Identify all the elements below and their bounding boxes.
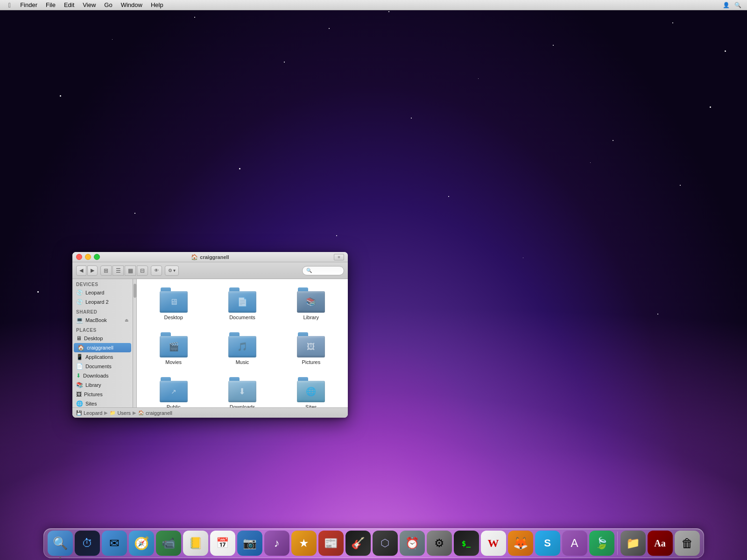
sidebar-item-library[interactable]: 📚 Library [72,380,133,390]
edit-menu[interactable]: Edit [60,0,78,10]
folder-desktop[interactable]: 🖥 Desktop [141,284,205,324]
hide-sidebar-button[interactable]: ≡ [334,254,344,260]
sidebar-item-craiggranell[interactable]: 🏠 craiggranell [74,343,131,352]
file-menu[interactable]: File [42,0,59,10]
forward-button[interactable]: ▶ [87,266,98,276]
close-button[interactable] [76,254,82,260]
sidebar-item-downloads[interactable]: ⬇ Downloads [72,371,133,380]
sidebar-item-label: Desktop [84,336,103,341]
sidebar-item-label: Applications [85,354,113,360]
gear-action-button[interactable]: ⚙ ▾ [165,266,179,276]
dock-item-reeder[interactable]: 📰 [318,531,344,556]
dock-item-finder[interactable]: 🔍 [48,531,73,556]
finder-menu[interactable]: Finder [16,0,41,10]
sites-icon: 🌐 [76,400,83,407]
sidebar-item-label: Leopard [85,290,104,295]
sidebar-item-applications[interactable]: 📱 Applications [72,352,133,362]
dock-item-skype[interactable]: S [535,531,560,556]
desktop-place-icon: 🖥 [76,335,82,342]
icon-view-button[interactable]: ⊞ [100,266,112,276]
dock-item-ical[interactable]: 📅 [210,531,235,556]
fusion-icon: ⬡ [373,531,398,556]
terminal-icon: $_ [454,531,479,556]
back-button[interactable]: ◀ [76,266,86,276]
sites-folder-icon: 🌐 [297,377,325,402]
dock-item-app6[interactable]: ★ [291,531,317,556]
dock-item-firefox[interactable]: 🦊 [508,531,533,556]
public-folder-icon: ↗ [160,377,188,402]
dock-item-sysprefs[interactable]: ⚙ [427,531,452,556]
dock-item-timemachine[interactable]: ⏰ [400,531,425,556]
leopard2-icon: 💿 [76,299,83,305]
breadcrumb-users[interactable]: Users [117,410,131,416]
cover-flow-button[interactable]: ⊟ [137,266,148,276]
dock-item-fusion[interactable]: ⬡ [373,531,398,556]
folder-documents[interactable]: 📄 Documents [210,284,274,324]
sidebar-scrollbar[interactable] [133,279,137,407]
search-bar[interactable]: 🔍 [302,266,344,275]
sidebar-item-leopard[interactable]: 💿 Leopard [72,288,133,297]
dock-item-dictionary[interactable]: Aa [648,531,673,556]
desktop-folder-icon: 🖥 [160,287,188,313]
dock-item-itunes[interactable]: ♪ [264,531,289,556]
documents-icon: 📄 [76,363,83,370]
sidebar-item-sites[interactable]: 🌐 Sites [72,399,133,407]
macbook-icon: 💻 [76,317,83,323]
menubar-right: 👤 🔍 [717,2,747,8]
dock-item-dashboard[interactable]: ⏱ [75,531,100,556]
window-controls [76,254,100,260]
sidebar-item-documents[interactable]: 📄 Documents [72,362,133,371]
folder-sites[interactable]: 🌐 Sites [279,373,343,407]
user-icon[interactable]: 👤 [723,2,730,8]
dock-item-addressbook[interactable]: 📒 [183,531,208,556]
folder-library[interactable]: 📚 Library [279,284,343,324]
apptivate-icon: A [562,531,587,556]
writer-icon: W [481,531,506,556]
view-menu[interactable]: View [79,0,99,10]
folder-music[interactable]: 🎵 Music [210,329,274,369]
sidebar: DEVICES 💿 Leopard 💿 Leopard 2 SHARED 💻 M… [72,279,133,407]
list-view-button[interactable]: ☰ [113,266,124,276]
dock-item-apptivate[interactable]: A [562,531,587,556]
search-icon[interactable]: 🔍 [734,2,741,8]
sidebar-item-label: Library [85,382,101,388]
dock-item-iphoto[interactable]: 📷 [237,531,262,556]
search-magnifier-icon: 🔍 [306,268,312,273]
dock-item-terminal[interactable]: $_ [454,531,479,556]
dock-item-spirits[interactable]: 🍃 [589,531,614,556]
sidebar-item-pictures[interactable]: 🖼 Pictures [72,390,133,399]
window-menu[interactable]: Window [117,0,146,10]
dock-item-garageband[interactable]: 🎸 [345,531,371,556]
breadcrumb-icon-users: 📁 [110,410,115,415]
go-menu[interactable]: Go [100,0,116,10]
sidebar-item-leopard2[interactable]: 💿 Leopard 2 [72,297,133,307]
breadcrumb-craiggranell[interactable]: craiggranell [146,410,172,416]
folder-movies[interactable]: 🎬 Movies [141,329,205,369]
column-view-button[interactable]: ▦ [125,266,136,276]
folder-downloads[interactable]: ⬇ Downloads [210,373,274,407]
dock-item-trash[interactable]: 🗑 [675,531,700,556]
finder-icon: 🔍 [48,531,73,556]
window-title-icon: 🏠 [191,254,198,260]
dock-item-safari[interactable]: 🧭 [129,531,154,556]
dock-item-filemanager[interactable]: 📁 [620,531,646,556]
folder-public[interactable]: ↗ Public [141,373,205,407]
movies-folder-icon: 🎬 [160,332,188,357]
sidebar-item-macbook[interactable]: 💻 MacBook ⏏ [72,315,133,325]
dock-item-writer[interactable]: W [481,531,506,556]
dock-item-mail[interactable]: ✉ [102,531,127,556]
breadcrumb-leopard[interactable]: Leopard [84,410,102,416]
folder-pictures[interactable]: 🖼 Pictures [279,329,343,369]
apple-menu[interactable]:  [4,0,15,10]
library-label: Library [303,315,319,320]
window-statusbar: 💾 Leopard ▶ 📁 Users ▶ 🏠 craiggranell [72,407,348,418]
sidebar-item-desktop[interactable]: 🖥 Desktop [72,334,133,343]
minimize-button[interactable] [85,254,91,260]
music-label: Music [236,359,249,365]
dock-item-facetime[interactable]: 📹 [156,531,181,556]
garageband-icon: 🎸 [345,531,371,556]
eye-action-button[interactable]: 👁 [151,266,162,276]
maximize-button[interactable] [94,254,100,260]
eject-icon[interactable]: ⏏ [125,318,129,322]
help-menu[interactable]: Help [147,0,167,10]
